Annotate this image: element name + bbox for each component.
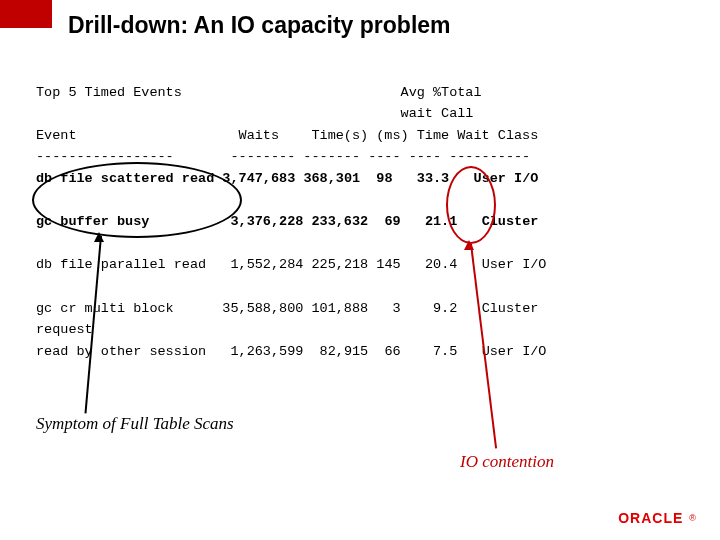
table-row: gc buffer busy 3,376,228 233,632 69 21.1… xyxy=(36,214,538,229)
table-row: read by other session 1,263,599 82,915 6… xyxy=(36,344,546,359)
report-header-2: wait Call xyxy=(36,106,473,121)
table-row: db file scattered read 3,747,683 368,301… xyxy=(36,171,538,186)
report-columns: Event Waits Time(s) (ms) Time Wait Class xyxy=(36,128,538,143)
report-header-1: Top 5 Timed Events Avg %Total xyxy=(36,85,482,100)
oracle-logo: ORACLE ® xyxy=(618,510,696,526)
table-row: db file parallel read 1,552,284 225,218 … xyxy=(36,257,546,272)
timed-events-report: Top 5 Timed Events Avg %Total wait Call … xyxy=(36,60,546,362)
table-row: gc cr multi block 35,588,800 101,888 3 9… xyxy=(36,301,538,338)
report-separator: ----------------- -------- ------- ---- … xyxy=(36,149,530,164)
oracle-logo-text: ORACLE xyxy=(618,510,683,526)
annotation-symptom: Symptom of Full Table Scans xyxy=(36,414,234,434)
annotation-io-contention: IO contention xyxy=(460,452,554,472)
corner-accent xyxy=(0,0,52,28)
page-title: Drill-down: An IO capacity problem xyxy=(68,12,451,39)
registered-icon: ® xyxy=(689,513,696,523)
